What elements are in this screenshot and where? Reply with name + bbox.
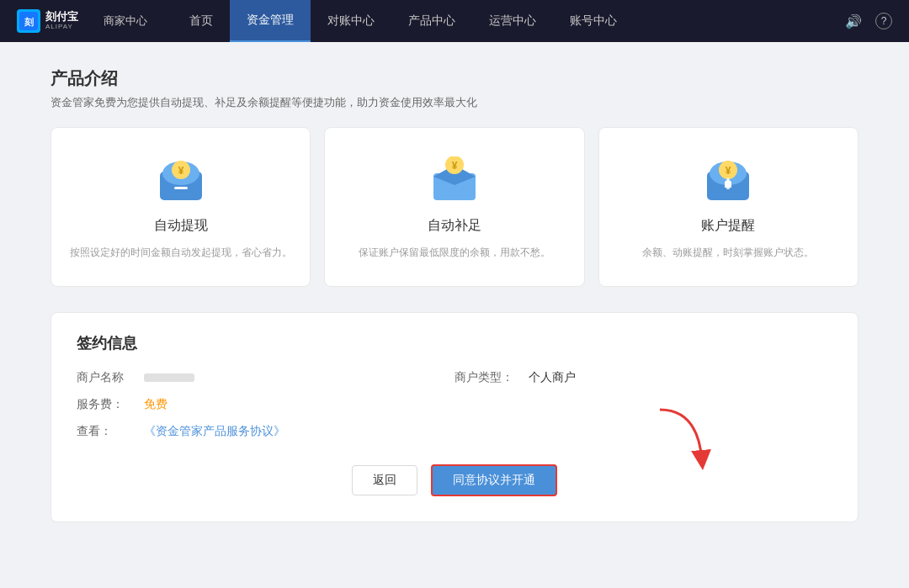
card-account-alert: ¥ 账户提醒 余额、动账提醒，时刻掌握账户状态。	[598, 127, 858, 287]
svg-text:¥: ¥	[726, 165, 731, 177]
card-auto-replenish-title: 自动补足	[428, 217, 481, 235]
nav-home[interactable]: 首页	[173, 0, 230, 42]
service-fee-row: 服务费： 免费	[77, 397, 832, 412]
card-auto-replenish-desc: 保证账户保留最低限度的余额，用款不愁。	[359, 245, 550, 261]
nav-menu: 首页 资金管理 对账中心 产品中心 运营中心 账号中心	[173, 0, 634, 42]
card-auto-withdraw: ¥ 自动提现 按照设定好的时间金额自动发起提现，省心省力。	[50, 127, 311, 287]
nav-products[interactable]: 产品中心	[391, 0, 472, 42]
card-account-alert-title: 账户提醒	[701, 217, 755, 235]
agreement-link[interactable]: 《资金管家产品服务协议》	[144, 424, 285, 439]
navigation: 刻 刻付宝 ALIPAY 商家中心 首页 资金管理 对账中心 产品中心 运营中心…	[0, 0, 909, 42]
merchant-type-label: 商户类型：	[454, 370, 522, 385]
return-button[interactable]: 返回	[352, 465, 417, 495]
signing-title: 签约信息	[77, 333, 832, 353]
logo-sub: ALIPAY	[45, 24, 78, 31]
merchant-type-value: 个人商户	[529, 370, 576, 385]
merchant-name-col: 商户名称	[77, 370, 454, 385]
svg-rect-6	[174, 187, 188, 189]
card-auto-withdraw-desc: 按照设定好的时间金额自动发起提现，省心省力。	[70, 245, 292, 261]
merchant-name-label: 商户名称	[77, 370, 144, 385]
card-auto-withdraw-title: 自动提现	[154, 217, 208, 235]
view-label: 查看：	[77, 424, 144, 439]
service-fee-value: 免费	[144, 397, 167, 412]
product-intro-header: 产品介绍 资金管家免费为您提供自动提现、补足及余额提醒等便捷功能，助力资金使用效…	[50, 67, 858, 110]
signing-info: 商户名称 商户类型： 个人商户 服务费： 免费 查看： 《资金管家产品服务协议》	[77, 370, 832, 439]
service-fee-label: 服务费：	[77, 397, 144, 412]
merchant-name-row: 商户名称 商户类型： 个人商户	[77, 370, 832, 385]
nav-account[interactable]: 账号中心	[553, 0, 634, 42]
logo: 刻 刻付宝 ALIPAY	[17, 9, 78, 33]
nav-funds[interactable]: 资金管理	[230, 0, 311, 42]
feature-cards: ¥ 自动提现 按照设定好的时间金额自动发起提现，省心省力。 ¥	[50, 127, 858, 287]
signing-section: 签约信息 商户名称 商户类型： 个人商户 服务费： 免费 查看：	[50, 312, 858, 522]
svg-text:刻: 刻	[24, 17, 34, 27]
product-intro-title: 产品介绍	[50, 67, 858, 90]
auto-replenish-icon: ¥	[429, 153, 480, 204]
product-intro-desc: 资金管家免费为您提供自动提现、补足及余额提醒等便捷功能，助力资金使用效率最大化	[50, 95, 858, 110]
card-auto-replenish: ¥ 自动补足 保证账户保留最低限度的余额，用款不愁。	[324, 127, 584, 287]
nav-right-icons: 🔊 ?	[845, 13, 892, 29]
logo-text: 刻付宝	[45, 11, 78, 23]
help-icon[interactable]: ?	[875, 13, 892, 29]
logo-icon: 刻	[17, 9, 40, 33]
svg-text:¥: ¥	[178, 165, 183, 177]
merchant-center-label: 商家中心	[104, 13, 147, 29]
button-row: 返回 同意协议并开通	[77, 464, 832, 496]
svg-text:¥: ¥	[452, 160, 458, 172]
account-alert-icon: ¥	[703, 153, 753, 204]
sound-icon[interactable]: 🔊	[845, 13, 862, 29]
agree-button[interactable]: 同意协议并开通	[431, 464, 557, 496]
nav-operations[interactable]: 运营中心	[472, 0, 553, 42]
nav-reconcile[interactable]: 对账中心	[311, 0, 391, 42]
merchant-name-masked	[144, 373, 194, 382]
main-content: 产品介绍 资金管家免费为您提供自动提现、补足及余额提醒等便捷功能，助力资金使用效…	[0, 42, 909, 588]
merchant-type-col: 商户类型： 个人商户	[454, 370, 832, 385]
agreement-row: 查看： 《资金管家产品服务协议》	[77, 424, 832, 439]
card-account-alert-desc: 余额、动账提醒，时刻掌握账户状态。	[642, 245, 814, 261]
auto-withdraw-icon: ¥	[156, 153, 206, 204]
svg-point-15	[727, 178, 730, 181]
